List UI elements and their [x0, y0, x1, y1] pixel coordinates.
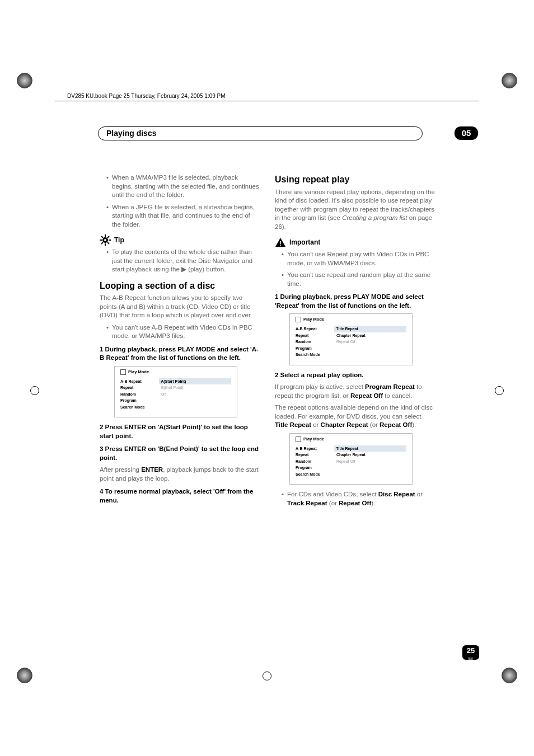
osd-right — [160, 404, 163, 410]
osd-right — [160, 397, 163, 403]
osd-title: Play Mode — [296, 317, 406, 322]
warning-icon: ! — [275, 237, 286, 248]
enter-key: ENTER — [141, 466, 163, 473]
important-label: Important — [289, 238, 320, 247]
osd-left: Repeat — [120, 384, 160, 391]
text: ). — [412, 421, 416, 428]
text: or — [311, 421, 321, 428]
osd-left: A-B Repeat — [296, 326, 334, 332]
play-mode-osd-repeat-1: Play Mode A-B RepeatTitle Repeat RepeatC… — [289, 313, 413, 365]
osd-title-text: Play Mode — [128, 369, 149, 375]
right-column: Using repeat play There are various repe… — [275, 173, 435, 511]
left-step-3-after: After pressing ENTER, playback jumps bac… — [100, 466, 260, 483]
svg-line-6 — [107, 242, 109, 244]
content-columns: When a WMA/MP3 file is selected, playbac… — [100, 173, 435, 511]
osd-left: Search Mode — [296, 471, 335, 477]
osd-title-text: Play Mode — [303, 436, 324, 442]
left-step-3: 3 Press ENTER on 'B(End Point)' to set t… — [100, 445, 260, 462]
play-mode-icon — [120, 369, 126, 375]
side-crosshair-left — [30, 386, 39, 395]
chapter-title: Playing discs — [98, 126, 423, 140]
book-header-line: DV285 KU.book Page 25 Thursday, February… — [67, 93, 226, 99]
osd-title: Play Mode — [120, 369, 231, 375]
left-step-2: 2 Press ENTER on 'A(Start Point)' to set… — [100, 423, 260, 440]
left-step-1: 1 During playback, press PLAY MODE and s… — [100, 345, 260, 363]
bottom-crosshair — [263, 672, 271, 680]
svg-point-9 — [104, 239, 106, 241]
osd-right: Title Repeat — [334, 445, 406, 452]
osd-left: Repeat — [296, 332, 335, 339]
svg-line-5 — [101, 236, 103, 238]
header-rule — [55, 101, 479, 101]
text: After pressing — [100, 466, 141, 473]
repeat-heading: Using repeat play — [275, 173, 435, 186]
page-number-badge: 25 En — [462, 645, 479, 660]
osd-right: Title Repeat — [334, 326, 406, 332]
play-mode-osd-repeat-2: Play Mode A-B RepeatTitle Repeat RepeatC… — [289, 433, 413, 485]
osd-left: Search Mode — [120, 404, 160, 410]
right-step-1: 1 During playback, press PLAY MODE and s… — [275, 293, 435, 310]
osd-left: Search Mode — [296, 351, 335, 358]
osd-title: Play Mode — [296, 436, 406, 442]
bold: Repeat Off — [339, 500, 371, 506]
looping-intro: The A-B Repeat function allows you to sp… — [100, 294, 260, 320]
bold: Title Repeat — [275, 421, 311, 428]
text: The repeat options available depend on t… — [275, 404, 433, 420]
tip-label: Tip — [114, 236, 124, 245]
text: or — [415, 491, 423, 497]
registration-mark-br — [502, 668, 517, 683]
important-bullet: You can't use repeat and random play at … — [282, 271, 435, 288]
tip-heading: Tip — [100, 234, 260, 246]
chapter-number-badge: 05 — [455, 126, 478, 140]
osd-left: Program — [296, 464, 335, 471]
bold: Program Repeat — [365, 383, 415, 390]
osd-right: Chapter Repeat — [335, 332, 367, 339]
osd-left: Program — [296, 345, 335, 351]
play-mode-osd-ab: Play Mode A-B RepeatA(Start Point) Repea… — [114, 366, 237, 417]
registration-mark-tr — [502, 73, 517, 88]
intro-bullet: When a WMA/MP3 file is selected, playbac… — [106, 173, 260, 200]
right-step-2-body: If program play is active, select Progra… — [275, 383, 435, 400]
osd-left: A-B Repeat — [296, 445, 334, 452]
osd-left: Repeat — [296, 452, 335, 458]
registration-mark-bl — [17, 668, 32, 683]
text: For CDs and Video CDs, select — [287, 491, 378, 497]
xref-italic: Creating a program list — [342, 214, 407, 221]
right-para-2: The repeat options available depend on t… — [275, 403, 435, 430]
osd-right: Off — [160, 391, 168, 397]
bold: Repeat Off — [380, 421, 412, 428]
text: (or — [327, 500, 339, 506]
side-crosshair-right — [495, 386, 504, 395]
text: (or — [368, 421, 380, 428]
osd-right: Repeat Off — [335, 339, 357, 345]
right-step-2: 2 Select a repeat play option. — [275, 371, 435, 380]
chapter-bar: Playing discs 05 — [98, 126, 478, 141]
repeat-intro: There are various repeat play options, d… — [275, 188, 435, 232]
svg-text:!: ! — [279, 240, 282, 247]
cd-bullet: For CDs and Video CDs, select Disc Repea… — [282, 490, 435, 508]
osd-left: Random — [120, 391, 160, 397]
osd-right: Repeat Off — [335, 458, 357, 464]
osd-right: Chapter Repeat — [335, 452, 367, 458]
text: to cancel. — [383, 392, 412, 399]
play-mode-icon — [296, 317, 301, 322]
text: If program play is active, select — [275, 383, 365, 390]
osd-left: Random — [296, 458, 335, 464]
left-step-4: 4 To resume normal playback, select 'Off… — [100, 487, 260, 505]
text: ). — [371, 500, 375, 506]
bold: Chapter Repeat — [321, 421, 368, 428]
osd-left: Random — [296, 339, 335, 345]
important-bullet: You can't use Repeat play with Video CDs… — [282, 250, 435, 267]
osd-right: A(Start Point) — [159, 378, 231, 384]
registration-mark-tl — [17, 73, 32, 88]
play-mode-icon — [296, 436, 301, 442]
page-lang: En — [462, 656, 479, 660]
looping-note: You can't use A-B Repeat with Video CDs … — [106, 323, 260, 341]
tip-bullet: To play the contents of the whole disc r… — [106, 248, 260, 274]
osd-left: Program — [120, 397, 160, 403]
bold: Track Repeat — [287, 500, 327, 506]
page-number: 25 — [467, 646, 475, 655]
looping-heading: Looping a section of a disc — [100, 280, 260, 292]
osd-right: B(End Point) — [160, 384, 185, 391]
bold: Disc Repeat — [378, 491, 415, 497]
